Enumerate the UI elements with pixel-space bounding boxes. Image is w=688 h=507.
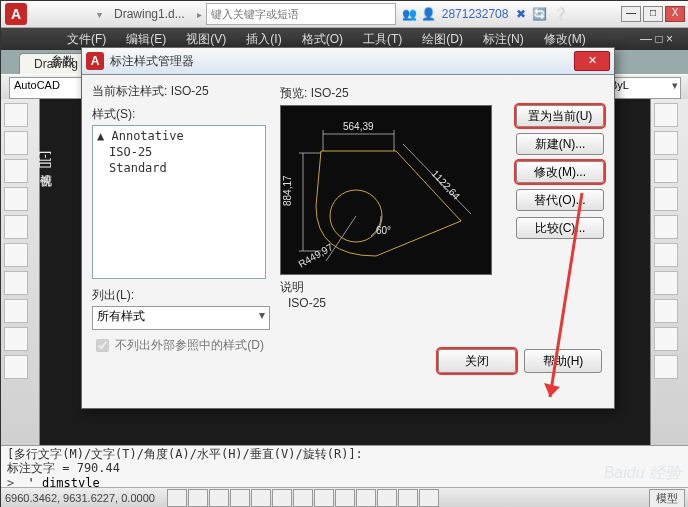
dialog-titlebar[interactable]: A 标注样式管理器 ✕	[82, 48, 614, 75]
style-item-iso25[interactable]: ISO-25	[95, 144, 263, 160]
tool-fillet-icon[interactable]	[654, 327, 678, 351]
close-app-button[interactable]: X	[665, 6, 685, 22]
status-bar: 6960.3462, 9631.6227, 0.0000 模型	[1, 487, 688, 507]
qat-dropdown-icon[interactable]: ▾	[97, 9, 102, 20]
toggle-osnap-icon[interactable]	[251, 489, 271, 507]
xref-checkbox-label: 不列出外部参照中的样式(D)	[115, 338, 264, 352]
set-current-button[interactable]: 置为当前(U)	[516, 105, 604, 127]
xchange-icon[interactable]: ✖	[516, 7, 526, 21]
dim-diag: 1122,64	[430, 168, 463, 202]
recent-dropdown-icon[interactable]: ▸	[197, 9, 202, 20]
mdi-controls[interactable]: — □ ×	[634, 30, 679, 48]
viewport-label[interactable]: [-][俯视]	[37, 151, 54, 168]
maximize-button[interactable]: □	[643, 6, 663, 22]
toggle-polar-icon[interactable]	[230, 489, 250, 507]
xref-checkbox[interactable]	[96, 339, 109, 352]
dialog-close-x-button[interactable]: ✕	[574, 51, 610, 71]
tool-polygon-icon[interactable]	[4, 243, 28, 267]
dimstyle-dialog: A 标注样式管理器 ✕ 当前标注样式: ISO-25 样式(S): ▲ Anno…	[81, 47, 615, 409]
tool-rotate-icon[interactable]	[654, 159, 678, 183]
tool-array-icon[interactable]	[654, 271, 678, 295]
toggle-grid-icon[interactable]	[188, 489, 208, 507]
color-combo[interactable]: ByL	[605, 77, 681, 99]
tool-rect-icon[interactable]	[4, 215, 28, 239]
toggle-ducs-icon[interactable]	[293, 489, 313, 507]
watermark: Baidu 经验	[604, 463, 681, 484]
tool-polyline-icon[interactable]	[4, 131, 28, 155]
help-button[interactable]: 帮助(H)	[524, 349, 602, 373]
tool-scale-icon[interactable]	[654, 243, 678, 267]
tool-explode-icon[interactable]	[654, 355, 678, 379]
tool-mirror-icon[interactable]	[654, 215, 678, 239]
toggle-qp-icon[interactable]	[356, 489, 376, 507]
username[interactable]: 2871232708	[442, 7, 509, 21]
signin-icon[interactable]: 👤	[421, 7, 436, 21]
modify-toolbar	[650, 99, 688, 456]
tool-ellipse-icon[interactable]	[4, 271, 28, 295]
minimize-button[interactable]: —	[621, 6, 641, 22]
toggle-sc-icon[interactable]	[377, 489, 397, 507]
command-history-1: [多行文字(M)/文字(T)/角度(A)/水平(H)/垂直(V)/旋转(R)]:	[7, 447, 683, 461]
style-item-standard[interactable]: Standard	[95, 160, 263, 176]
app-logo-icon[interactable]: A	[5, 3, 27, 25]
tool-line-icon[interactable]	[4, 103, 28, 127]
help-icon[interactable]: ❔	[553, 7, 568, 21]
draw-toolbar	[1, 99, 40, 456]
toggle-am-icon[interactable]	[398, 489, 418, 507]
dim-angle: 60°	[376, 225, 391, 236]
tool-trim-icon[interactable]	[654, 187, 678, 211]
styles-listbox[interactable]: ▲ Annotative ISO-25 Standard	[92, 125, 266, 279]
param-label: 参数	[51, 53, 75, 70]
tool-move-icon[interactable]	[654, 103, 678, 127]
toggle-an-icon[interactable]	[419, 489, 439, 507]
document-title: Drawing1.d...	[114, 7, 185, 21]
command-panel[interactable]: [多行文字(M)/文字(T)/角度(A)/水平(H)/垂直(V)/旋转(R)]:…	[1, 445, 688, 488]
style-item-annotative[interactable]: ▲ Annotative	[95, 128, 263, 144]
command-history-2: 标注文字 = 790.44	[7, 461, 683, 475]
tool-point-icon[interactable]	[4, 327, 28, 351]
toggle-dyn-icon[interactable]	[314, 489, 334, 507]
tool-text-icon[interactable]	[4, 355, 28, 379]
svg-marker-10	[544, 383, 560, 397]
compare-button[interactable]: 比较(C)...	[516, 217, 604, 239]
qat-open-icon[interactable]	[53, 6, 69, 22]
desc-value: ISO-25	[288, 296, 492, 310]
dialog-title: 标注样式管理器	[110, 53, 194, 70]
close-button[interactable]: 关闭	[438, 349, 516, 373]
dialog-app-icon: A	[86, 52, 104, 70]
list-filter-combo[interactable]: 所有样式	[92, 306, 270, 330]
tool-arc-icon[interactable]	[4, 187, 28, 211]
tool-copy-icon[interactable]	[654, 131, 678, 155]
preview-label: 预览: ISO-25	[280, 85, 349, 102]
coords-readout: 6960.3462, 9631.6227, 0.0000	[5, 492, 155, 504]
modify-style-button[interactable]: 修改(M)...	[516, 161, 604, 183]
tool-offset-icon[interactable]	[654, 299, 678, 323]
tool-hatch-icon[interactable]	[4, 299, 28, 323]
qat-new-icon[interactable]	[31, 6, 47, 22]
preview-svg: 564,39 884,17 1122,64 R449,97 60°	[281, 106, 491, 274]
search-input[interactable]	[206, 3, 396, 25]
title-bar: A ▾ Drawing1.d... ▸ 👥 👤 2871232708 ✖ 🔄 ❔…	[1, 1, 688, 28]
qat-save-icon[interactable]	[75, 6, 91, 22]
new-style-button[interactable]: 新建(N)...	[516, 133, 604, 155]
toggle-lwt-icon[interactable]	[335, 489, 355, 507]
preview-box: 564,39 884,17 1122,64 R449,97 60°	[280, 105, 492, 275]
tool-circle-icon[interactable]	[4, 159, 28, 183]
infocenter-icon[interactable]: 👥	[402, 7, 417, 21]
toggle-ortho-icon[interactable]	[209, 489, 229, 507]
app-exchange-icon[interactable]: 🔄	[532, 7, 547, 21]
desc-label: 说明	[280, 279, 492, 296]
status-toggles	[167, 489, 439, 507]
toggle-snap-icon[interactable]	[167, 489, 187, 507]
override-button[interactable]: 替代(O)...	[516, 189, 604, 211]
dim-left: 884,17	[282, 175, 293, 206]
model-tab[interactable]: 模型	[649, 489, 685, 508]
dim-top: 564,39	[343, 121, 374, 132]
toggle-otrack-icon[interactable]	[272, 489, 292, 507]
